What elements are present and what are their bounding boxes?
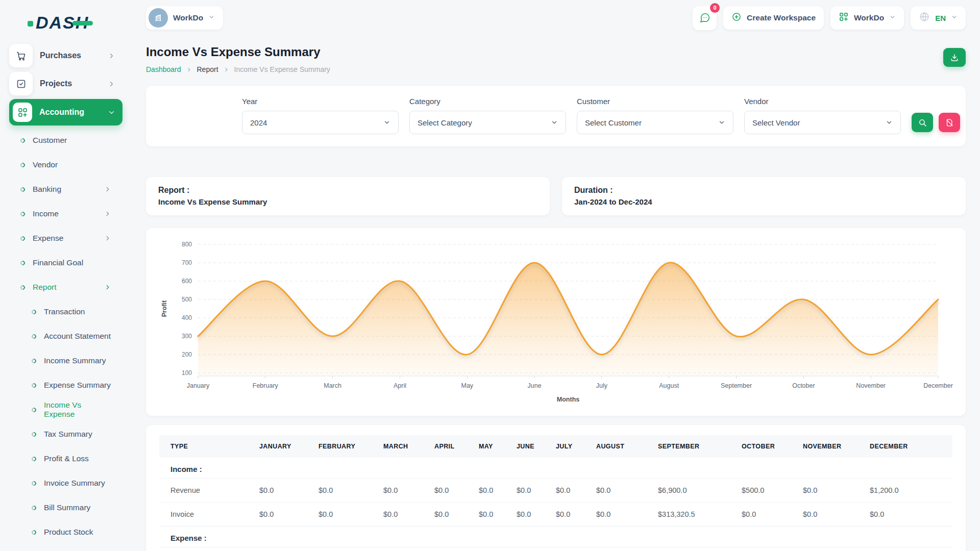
- chevron-down-icon: [108, 109, 115, 116]
- sidebar-item-expense-summary[interactable]: Expense Summary: [9, 373, 122, 397]
- chart-area-fill: [198, 263, 938, 375]
- sidebar-item-projects[interactable]: Projects: [9, 71, 122, 96]
- table-cell-type: Invoice: [159, 503, 259, 527]
- bullet-icon: [31, 358, 37, 364]
- chevron-right-icon: [108, 52, 115, 60]
- bullet-icon: [31, 407, 37, 413]
- language-selector[interactable]: EN: [911, 6, 966, 30]
- sidebar-item-cash-flow[interactable]: Cash Flow: [9, 544, 122, 551]
- logo-dot-accent: [28, 21, 33, 27]
- bullet-icon: [19, 235, 26, 242]
- table-section-label: Income :: [159, 458, 952, 479]
- year-field: Year 2024: [242, 97, 399, 134]
- category-select[interactable]: Select Category: [409, 111, 566, 134]
- page-title: Income Vs Expense Summary: [146, 45, 330, 59]
- sidebar-item-expense[interactable]: Expense: [9, 226, 122, 251]
- svg-text:500: 500: [182, 296, 192, 303]
- sidebar-item-transaction[interactable]: Transaction: [9, 299, 122, 324]
- duration-summary-card: Duration : Jan-2024 to Dec-2024: [562, 177, 966, 215]
- table-section-label: Expense :: [159, 527, 952, 547]
- svg-text:November: November: [856, 382, 886, 389]
- y-axis-title: Profit: [161, 300, 168, 317]
- table-cell-value: $1,200.0: [870, 479, 952, 503]
- grid-plus-icon: [839, 12, 849, 24]
- bullet-icon: [31, 309, 37, 315]
- table-cell-value: $0.0: [259, 503, 318, 527]
- sidebar-item-income[interactable]: Income: [9, 202, 122, 226]
- breadcrumb-dashboard[interactable]: Dashboard: [146, 65, 181, 73]
- column-header: APRIL: [434, 435, 479, 458]
- income-expense-table: TYPEJANUARYFEBRUARYMARCHAPRILMAYJUNEJULY…: [159, 435, 952, 547]
- create-workspace-button[interactable]: Create Workspace: [723, 6, 824, 30]
- customer-select[interactable]: Select Customer: [577, 111, 733, 134]
- chevron-right-icon: [104, 235, 111, 242]
- table-cell-value: $0.0: [556, 479, 596, 503]
- table-cell-value: $0.0: [383, 503, 434, 527]
- sidebar-item-financial-goal[interactable]: Financial Goal: [9, 251, 122, 275]
- chevron-right-icon: [104, 284, 111, 291]
- svg-text:March: March: [324, 382, 341, 389]
- svg-text:June: June: [528, 382, 542, 389]
- table-cell-value: $500.0: [742, 479, 803, 503]
- apply-filter-button[interactable]: [912, 113, 933, 132]
- messages-button[interactable]: 0: [693, 6, 717, 30]
- sidebar-item-customer[interactable]: Customer: [9, 128, 122, 153]
- sidebar-item-accounting[interactable]: Accounting: [9, 99, 122, 126]
- workspace-menu-button[interactable]: WorkDo: [830, 6, 904, 30]
- globe-icon: [919, 11, 930, 24]
- sidebar-item-invoice-summary[interactable]: Invoice Summary: [9, 471, 122, 495]
- sidebar-item-tax-summary[interactable]: Tax Summary: [9, 422, 122, 446]
- breadcrumb: Dashboard Report Income Vs Expense Summa…: [146, 65, 330, 73]
- vendor-select[interactable]: Select Vendor: [744, 111, 901, 134]
- chevron-right-icon: [104, 186, 111, 193]
- bullet-icon: [31, 505, 37, 511]
- download-report-button[interactable]: [943, 48, 966, 67]
- svg-text:300: 300: [182, 333, 192, 340]
- year-select[interactable]: 2024: [242, 111, 399, 134]
- table-row: Invoice$0.0$0.0$0.0$0.0$0.0$0.0$0.0$0.0$…: [159, 503, 952, 527]
- svg-text:700: 700: [182, 259, 192, 266]
- breadcrumb-report[interactable]: Report: [197, 65, 218, 73]
- sidebar-item-purchases[interactable]: Purchases: [9, 43, 122, 68]
- sidebar-item-report[interactable]: Report: [9, 275, 122, 299]
- sidebar-item-account-statement[interactable]: Account Statement: [9, 324, 122, 348]
- bullet-icon: [19, 162, 26, 168]
- table-section-row: Income :: [159, 458, 952, 479]
- breadcrumb-current: Income Vs Expense Summary: [234, 65, 330, 73]
- main-content: WorkDo 0 Create Workspace WorkDo: [132, 0, 980, 551]
- bullet-icon: [19, 211, 26, 217]
- sidebar-item-vendor[interactable]: Vendor: [9, 153, 122, 177]
- table-cell-value: $0.0: [318, 479, 383, 503]
- column-header: NOVEMBER: [803, 435, 870, 458]
- sidebar-item-bill-summary[interactable]: Bill Summary: [9, 495, 122, 520]
- profit-area-chart: 100200300400500600700800JanuaryFebruaryM…: [158, 237, 953, 407]
- sidebar-item-profit-loss[interactable]: Profit & Loss: [9, 446, 122, 471]
- chevron-down-icon: [383, 119, 390, 126]
- svg-text:December: December: [923, 382, 953, 389]
- x-axis-title: Months: [557, 396, 579, 403]
- reset-filter-button[interactable]: [939, 113, 960, 132]
- workspace-selector[interactable]: WorkDo: [146, 6, 223, 30]
- svg-text:May: May: [461, 382, 473, 389]
- table-cell-value: $0.0: [742, 503, 803, 527]
- table-cell-value: $0.0: [259, 479, 318, 503]
- column-header: OCTOBER: [742, 435, 803, 458]
- table-cell-value: $0.0: [596, 503, 658, 527]
- sidebar-item-banking[interactable]: Banking: [9, 177, 122, 202]
- column-header: MARCH: [383, 435, 434, 458]
- table-section-row: Expense :: [159, 527, 952, 547]
- sidebar-item-income-vs-expense[interactable]: Income Vs Expense: [9, 397, 122, 422]
- logo-dash-accent: [72, 21, 93, 26]
- sidebar-item-product-stock[interactable]: Product Stock: [9, 520, 122, 544]
- table-cell-value: $0.0: [479, 503, 517, 527]
- svg-text:July: July: [596, 382, 608, 389]
- table-cell-value: $0.0: [803, 479, 870, 503]
- sidebar-item-income-summary[interactable]: Income Summary: [9, 348, 122, 373]
- filter-actions: [912, 113, 960, 134]
- table-cell-value: $0.0: [383, 479, 434, 503]
- table-cell-value: $0.0: [434, 503, 479, 527]
- summary-cards: Report : Income Vs Expense Summary Durat…: [146, 177, 966, 215]
- bullet-icon: [19, 284, 26, 291]
- app-logo[interactable]: DASH: [28, 9, 132, 36]
- chevron-down-icon: [889, 13, 896, 22]
